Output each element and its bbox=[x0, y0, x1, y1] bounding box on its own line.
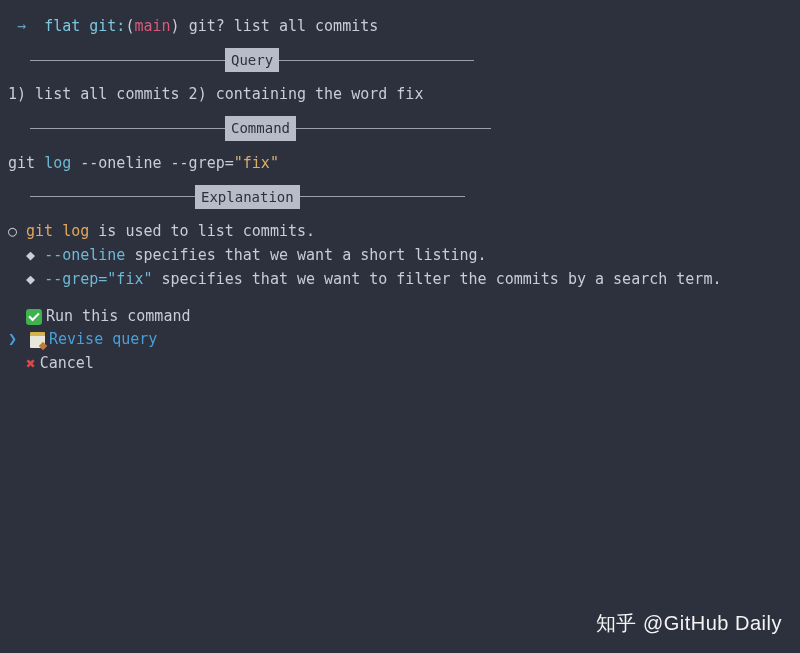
divider-line-icon bbox=[30, 128, 225, 129]
prompt-git-label: git: bbox=[89, 17, 125, 35]
user-input-command[interactable]: git? list all commits bbox=[189, 17, 379, 35]
section-label-command: Command bbox=[225, 116, 296, 140]
action-menu[interactable]: Run this command ❯ Revise query ✖ Cancel bbox=[8, 305, 792, 376]
bullet-diamond-icon: ◆ bbox=[26, 246, 44, 264]
explanation-line: ◆ --grep="fix" specifies that we want to… bbox=[8, 267, 792, 291]
menu-label: Cancel bbox=[40, 352, 94, 375]
explanation-line: ○ git log is used to list commits. bbox=[8, 219, 792, 243]
menu-label: Run this command bbox=[46, 305, 191, 328]
section-label-query: Query bbox=[225, 48, 279, 72]
selection-caret-icon: ❯ bbox=[8, 328, 26, 351]
shell-prompt-line: → flat git:(main) git? list all commits bbox=[8, 14, 792, 38]
bullet-circle-icon: ○ bbox=[8, 222, 26, 240]
divider-line-icon bbox=[279, 60, 474, 61]
divider-line-icon bbox=[30, 196, 195, 197]
prompt-branch: main bbox=[134, 17, 170, 35]
explanation-line: ◆ --oneline specifies that we want a sho… bbox=[8, 243, 792, 267]
divider-line-icon bbox=[30, 60, 225, 61]
divider-line-icon bbox=[296, 128, 491, 129]
section-divider-query: Query bbox=[30, 44, 792, 76]
zhihu-logo-icon: 知乎 bbox=[596, 607, 637, 639]
section-divider-explanation: Explanation bbox=[30, 181, 792, 213]
menu-item-run[interactable]: Run this command bbox=[26, 305, 792, 328]
section-divider-command: Command bbox=[30, 112, 792, 144]
check-icon bbox=[26, 309, 42, 325]
bullet-diamond-icon: ◆ bbox=[26, 270, 44, 288]
section-label-explanation: Explanation bbox=[195, 185, 300, 209]
explanation-block: ○ git log is used to list commits. ◆ --o… bbox=[8, 219, 792, 291]
divider-line-icon bbox=[300, 196, 465, 197]
menu-label: Revise query bbox=[49, 328, 157, 351]
prompt-dir: flat bbox=[44, 17, 80, 35]
prompt-arrow-icon: → bbox=[17, 17, 26, 35]
query-text: 1) list all commits 2) containing the wo… bbox=[8, 82, 792, 106]
edit-icon bbox=[30, 332, 45, 348]
watermark-text: @GitHub Daily bbox=[643, 607, 782, 639]
menu-item-cancel[interactable]: ✖ Cancel bbox=[26, 352, 792, 377]
x-icon: ✖ bbox=[26, 352, 36, 377]
generated-command: git log --oneline --grep="fix" bbox=[8, 151, 792, 175]
menu-item-revise[interactable]: ❯ Revise query bbox=[26, 328, 792, 351]
watermark: 知乎 @GitHub Daily bbox=[596, 607, 782, 639]
